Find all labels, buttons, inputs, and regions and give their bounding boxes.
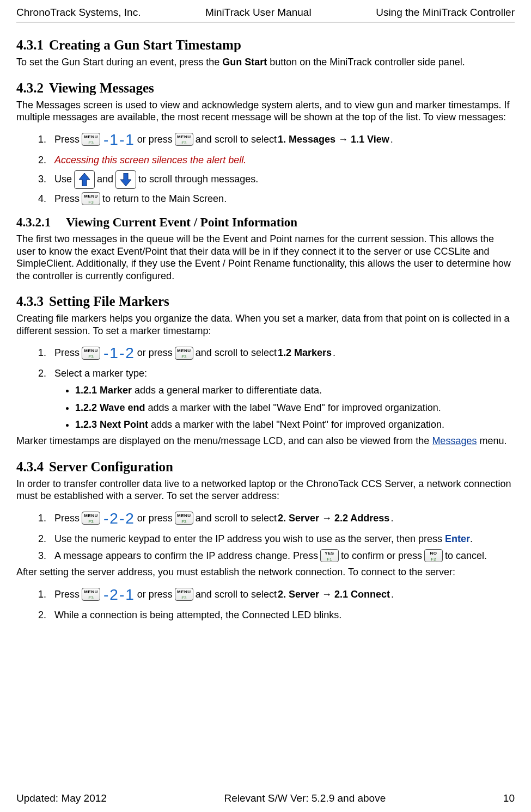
menu-key-icon: MENUF3 — [82, 347, 100, 360]
enter-text: Enter — [445, 533, 470, 544]
arrow-down-key-icon — [115, 170, 136, 189]
menu-key-icon: MENUF3 — [175, 133, 193, 146]
heading-number: 4.3.1 — [16, 38, 44, 52]
svg-marker-0 — [79, 173, 90, 186]
svg-marker-1 — [120, 173, 131, 186]
heading-text: Setting File Markers — [49, 294, 169, 309]
menu-key-icon: MENUF3 — [175, 588, 193, 601]
key-code: -1-2 — [103, 342, 135, 364]
page-footer: Updated: May 2012 Relevant S/W Ver: 5.2.… — [16, 792, 515, 804]
heading-434: 4.3.4Server Configuration — [16, 459, 515, 475]
list-item: A message appears to confirm the IP addr… — [49, 549, 515, 563]
ordered-list: Press MENUF3 -2-2 or press MENUF3 and sc… — [16, 508, 515, 563]
ordered-list: Press MENUF3 -2-1 or press MENUF3 and sc… — [16, 584, 515, 622]
no-key-icon: NOF2 — [424, 549, 443, 562]
list-item: Press MENUF3 -1-1 or press MENUF3 and sc… — [49, 129, 515, 150]
menu-key-icon: MENUF3 — [175, 347, 193, 360]
paragraph: In order to transfer controller data liv… — [16, 478, 515, 502]
ordered-list: Press MENUF3 -1-2 or press MENUF3 and sc… — [16, 342, 515, 432]
note-text: Accessing this screen silences the alert… — [54, 155, 246, 165]
page: ChronoTrack Systems, Inc. MiniTrack User… — [0, 0, 531, 812]
paragraph: The Messages screen is used to view and … — [16, 99, 515, 124]
menu-key-icon: MENUF3 — [82, 512, 100, 525]
heading-number: 4.3.3 — [16, 294, 44, 309]
paragraph: Marker timestamps are displayed on the m… — [16, 435, 515, 447]
ordered-list: Press MENUF3 -1-1 or press MENUF3 and sc… — [16, 129, 515, 206]
yes-key-icon: YESF1 — [320, 549, 339, 562]
list-item: 1.2.1 Marker adds a general marker to di… — [75, 384, 515, 397]
key-code: -2-2 — [103, 508, 135, 529]
list-item: Accessing this screen silences the alert… — [49, 153, 515, 167]
list-item: Press MENUF3 to return to the Main Scree… — [49, 192, 515, 206]
heading-433: 4.3.3Setting File Markers — [16, 294, 515, 309]
paragraph: The first two messages in the queue will… — [16, 233, 515, 282]
bold-text: 2. Server → 2.2 Address — [278, 512, 389, 525]
heading-number: 4.3.4 — [16, 459, 44, 474]
menu-key-icon: MENUF3 — [82, 588, 100, 601]
list-item: Select a marker type: 1.2.1 Marker adds … — [49, 367, 515, 432]
arrow-up-key-icon — [74, 170, 95, 189]
heading-text: Viewing Current Event / Point Informatio… — [66, 216, 297, 229]
heading-text: Viewing Messages — [49, 81, 154, 95]
bold-text: 1. Messages → 1.1 View — [278, 133, 389, 146]
menu-key-icon: MENUF3 — [82, 192, 100, 205]
heading-text: Server Configuration — [49, 459, 173, 474]
menu-key-icon: MENUF3 — [175, 512, 193, 525]
list-item: Press MENUF3 -2-1 or press MENUF3 and sc… — [49, 584, 515, 605]
bold-text: 1.2 Markers — [278, 346, 332, 360]
footer-left: Updated: May 2012 — [16, 792, 107, 804]
heading-number: 4.3.2 — [16, 81, 44, 95]
menu-key-icon: MENUF3 — [82, 133, 100, 146]
paragraph: To set the Gun Start during an event, pr… — [16, 56, 515, 69]
list-item: Use the numeric keypad to enter the IP a… — [49, 532, 515, 546]
heading-431: 4.3.1Creating a Gun Start Timestamp — [16, 38, 515, 53]
list-item: Press MENUF3 -1-2 or press MENUF3 and sc… — [49, 342, 515, 364]
bold-text: 2. Server → 2.1 Connect — [278, 588, 390, 601]
heading-number: 4.3.2.1 — [16, 216, 51, 229]
messages-link[interactable]: Messages — [432, 435, 477, 446]
heading-text: Creating a Gun Start Timestamp — [49, 38, 241, 52]
heading-4321: 4.3.2.1Viewing Current Event / Point Inf… — [16, 216, 515, 230]
page-header: ChronoTrack Systems, Inc. MiniTrack User… — [16, 0, 515, 22]
header-right: Using the MiniTrack Controller — [376, 7, 515, 19]
list-item: Use and to scroll through messages. — [49, 170, 515, 189]
footer-page-number: 10 — [503, 792, 515, 804]
footer-center: Relevant S/W Ver: 5.2.9 and above — [224, 792, 386, 804]
paragraph: Creating file markers helps you organize… — [16, 312, 515, 337]
heading-432: 4.3.2Viewing Messages — [16, 81, 515, 96]
paragraph: After setting the server address, you mu… — [16, 566, 515, 579]
unordered-list: 1.2.1 Marker adds a general marker to di… — [54, 384, 515, 432]
header-center: MiniTrack User Manual — [205, 7, 312, 19]
bold-text: Gun Start — [222, 57, 267, 67]
key-code: -2-1 — [103, 584, 135, 605]
header-left: ChronoTrack Systems, Inc. — [16, 7, 141, 19]
list-item: 1.2.2 Wave end adds a marker with the la… — [75, 401, 515, 415]
list-item: 1.2.3 Next Point adds a marker with the … — [75, 418, 515, 432]
list-item: While a connection is being attempted, t… — [49, 608, 515, 622]
list-item: Press MENUF3 -2-2 or press MENUF3 and sc… — [49, 508, 515, 529]
key-code: -1-1 — [103, 129, 135, 150]
